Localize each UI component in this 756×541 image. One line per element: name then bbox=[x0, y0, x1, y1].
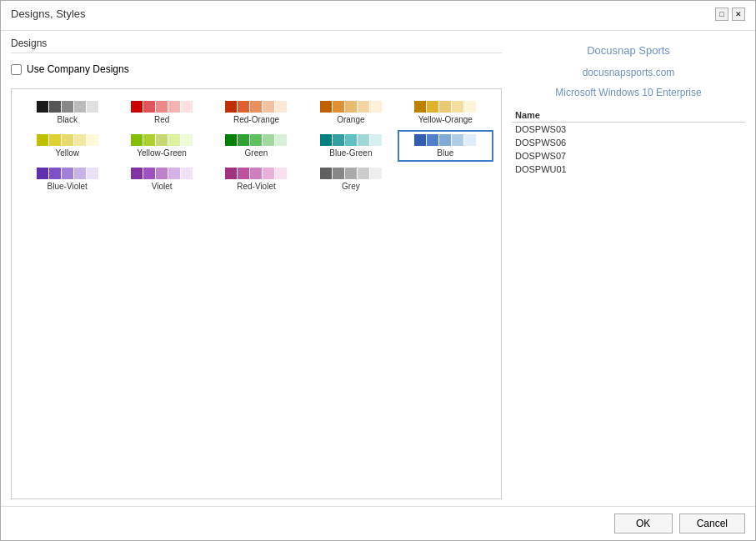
color-label: Blue bbox=[437, 148, 453, 158]
right-panel: Docusnap Sports docusnapsports.com Micro… bbox=[512, 38, 745, 499]
swatch bbox=[62, 168, 73, 179]
color-label: Yellow bbox=[55, 148, 79, 158]
color-grid-container: BlackRedRed-OrangeOrangeYellow-OrangeYel… bbox=[11, 88, 502, 499]
name-table-body: DOSPWS03DOSPWS06DOSPWS07DOSPWU01 bbox=[512, 123, 745, 177]
company-name: Docusnap Sports bbox=[512, 41, 745, 60]
color-swatches bbox=[131, 101, 193, 113]
color-item-blue-green[interactable]: Blue-Green bbox=[305, 133, 396, 159]
color-swatches bbox=[37, 168, 98, 179]
swatch bbox=[358, 134, 369, 146]
swatch bbox=[464, 134, 476, 146]
dialog-title: Designs, Styles bbox=[11, 8, 86, 20]
color-item-red-orange[interactable]: Red-Orange bbox=[211, 99, 302, 126]
color-item-yellow[interactable]: Yellow bbox=[22, 133, 113, 159]
color-swatches bbox=[225, 101, 287, 113]
swatch bbox=[49, 134, 61, 146]
swatch bbox=[181, 134, 193, 146]
company-domain: docusnapsports.com bbox=[512, 65, 745, 80]
swatch bbox=[74, 168, 86, 179]
swatch bbox=[225, 134, 237, 146]
color-item-green[interactable]: Green bbox=[211, 133, 302, 159]
maximize-button[interactable]: □ bbox=[715, 8, 728, 21]
color-swatches bbox=[225, 134, 287, 146]
swatch bbox=[238, 101, 249, 113]
swatch bbox=[439, 134, 451, 146]
color-swatches bbox=[320, 101, 382, 113]
swatch bbox=[427, 134, 438, 146]
swatch bbox=[131, 101, 143, 113]
swatch bbox=[143, 101, 155, 113]
ok-button[interactable]: OK bbox=[614, 513, 673, 533]
color-swatches bbox=[320, 168, 382, 179]
swatch bbox=[333, 168, 344, 179]
swatch bbox=[414, 101, 426, 113]
color-item-red[interactable]: Red bbox=[116, 99, 207, 126]
designs-section-label: Designs bbox=[11, 38, 502, 53]
swatch bbox=[181, 168, 193, 179]
main-content: Designs Use Company Designs BlackRedRed-… bbox=[1, 31, 755, 506]
table-row: DOSPWS06 bbox=[512, 136, 745, 149]
swatch bbox=[370, 101, 382, 113]
swatch bbox=[238, 134, 249, 146]
color-item-grey[interactable]: Grey bbox=[305, 166, 396, 193]
swatch bbox=[370, 134, 382, 146]
color-label: Red-Violet bbox=[237, 182, 276, 191]
swatch bbox=[131, 168, 143, 179]
swatch bbox=[320, 168, 332, 179]
close-button[interactable]: ✕ bbox=[732, 8, 745, 21]
swatch bbox=[225, 101, 237, 113]
color-swatches bbox=[320, 134, 382, 146]
color-item-black[interactable]: Black bbox=[22, 99, 113, 126]
color-swatches bbox=[414, 134, 476, 146]
swatch bbox=[87, 134, 98, 146]
color-label: Black bbox=[57, 115, 77, 124]
table-row: DOSPWS03 bbox=[512, 123, 745, 137]
swatch bbox=[452, 134, 463, 146]
swatch bbox=[225, 168, 237, 179]
swatch bbox=[49, 168, 61, 179]
color-label: Yellow-Orange bbox=[418, 115, 473, 124]
swatch bbox=[275, 101, 287, 113]
swatch bbox=[250, 168, 262, 179]
table-row: DOSPWU01 bbox=[512, 163, 745, 176]
color-item-blue[interactable]: Blue bbox=[400, 133, 491, 159]
swatch bbox=[320, 134, 332, 146]
table-cell: DOSPWS07 bbox=[512, 149, 745, 163]
color-item-orange[interactable]: Orange bbox=[305, 99, 396, 126]
color-label: Green bbox=[245, 148, 268, 158]
swatch bbox=[62, 101, 73, 113]
dialog: Designs, Styles □ ✕ Designs Use Company … bbox=[0, 0, 756, 541]
swatch bbox=[37, 168, 48, 179]
color-swatches bbox=[37, 101, 98, 113]
swatch bbox=[181, 101, 193, 113]
left-panel: Designs Use Company Designs BlackRedRed-… bbox=[11, 38, 502, 499]
cancel-button[interactable]: Cancel bbox=[679, 513, 745, 533]
table-row: DOSPWS07 bbox=[512, 149, 745, 163]
color-item-yellow-green[interactable]: Yellow-Green bbox=[116, 133, 207, 159]
swatch bbox=[275, 134, 287, 146]
os-name: Microsoft Windows 10 Enterprise bbox=[512, 85, 745, 100]
swatch bbox=[250, 101, 262, 113]
color-swatches bbox=[225, 168, 287, 179]
color-item-yellow-orange[interactable]: Yellow-Orange bbox=[400, 99, 491, 126]
color-label: Red-Orange bbox=[233, 115, 279, 124]
swatch bbox=[168, 101, 180, 113]
swatch bbox=[439, 101, 451, 113]
table-cell: DOSPWU01 bbox=[512, 163, 745, 176]
color-swatches bbox=[131, 134, 193, 146]
color-swatches bbox=[414, 101, 476, 113]
color-item-red-violet[interactable]: Red-Violet bbox=[211, 166, 302, 193]
color-item-violet[interactable]: Violet bbox=[116, 166, 207, 193]
swatch bbox=[320, 101, 332, 113]
use-company-row: Use Company Designs bbox=[11, 63, 502, 75]
color-grid: BlackRedRed-OrangeOrangeYellow-OrangeYel… bbox=[22, 99, 491, 193]
swatch bbox=[333, 134, 344, 146]
color-item-blue-violet[interactable]: Blue-Violet bbox=[22, 166, 113, 193]
swatch bbox=[452, 101, 463, 113]
use-company-label: Use Company Designs bbox=[27, 63, 129, 75]
swatch bbox=[263, 168, 274, 179]
swatch bbox=[49, 101, 61, 113]
swatch bbox=[168, 134, 180, 146]
use-company-checkbox[interactable] bbox=[11, 64, 22, 75]
swatch bbox=[62, 134, 73, 146]
